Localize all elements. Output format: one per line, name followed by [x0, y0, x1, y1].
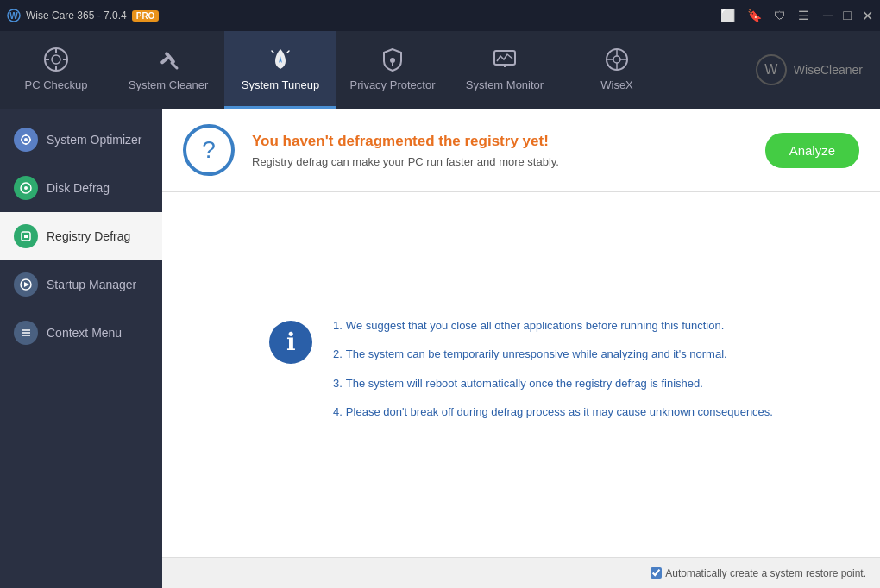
disk-defrag-icon [14, 176, 38, 200]
svg-rect-30 [24, 235, 28, 238]
registry-defrag-icon [14, 224, 38, 248]
pro-badge: PRO [132, 10, 160, 22]
tab-pc-checkup-label: PC Checkup [25, 78, 88, 91]
startup-svg [19, 278, 33, 291]
footer: Automatically create a system restore po… [162, 557, 880, 588]
wisecleaner-circle-icon: W [756, 54, 787, 85]
sidebar-item-disk-defrag[interactable]: Disk Defrag [0, 164, 162, 212]
info-bar: ? You haven't defragmented the registry … [162, 109, 880, 192]
monitor-icon[interactable]: ⬜ [720, 9, 735, 22]
sidebar: System Optimizer Disk Defrag Registry De… [0, 109, 162, 588]
svg-point-10 [390, 58, 395, 63]
tab-privacy-protector[interactable]: Privacy Protector [336, 31, 449, 109]
titlebar-controls: ⬜ 🔖 🛡 ☰ ─ □ ✕ [720, 8, 873, 24]
app-logo: W [7, 9, 21, 22]
sidebar-item-system-optimizer-label: System Optimizer [47, 133, 141, 147]
system-monitor-icon [491, 46, 519, 73]
tip-1: 1.We suggest that you close all other ap… [333, 317, 773, 335]
context-svg [19, 326, 33, 340]
privacy-protector-icon [379, 46, 406, 73]
optimizer-svg [19, 133, 33, 147]
info-title: You haven't defragmented the registry ye… [252, 133, 748, 150]
sidebar-item-registry-defrag[interactable]: Registry Defrag [0, 212, 162, 260]
tab-system-cleaner[interactable]: System Cleaner [112, 31, 224, 109]
info-big-icon: ℹ [269, 321, 312, 364]
main-layout: System Optimizer Disk Defrag Registry De… [0, 109, 880, 588]
restore-point-label: Automatically create a system restore po… [665, 567, 866, 579]
tab-wisex[interactable]: WiseX [561, 31, 673, 109]
svg-point-3 [52, 55, 60, 64]
svg-point-22 [24, 138, 28, 141]
titlebar: W Wise Care 365 - 7.0.4 PRO ⬜ 🔖 🛡 ☰ ─ □ … [0, 0, 880, 31]
svg-text:W: W [9, 11, 18, 21]
maximize-button[interactable]: □ [843, 8, 852, 23]
menu-icon[interactable]: ☰ [798, 9, 809, 22]
question-icon: ? [183, 124, 235, 176]
startup-manager-icon [14, 272, 38, 297]
wisecleaner-logo: W WiseCleaner [756, 31, 880, 109]
tips-list: 1.We suggest that you close all other ap… [333, 317, 773, 433]
restore-point-checkbox[interactable] [651, 567, 662, 579]
content-area: ? You haven't defragmented the registry … [162, 109, 880, 588]
tip-2: 2.The system can be temporarily unrespon… [333, 346, 773, 363]
disk-svg [19, 181, 33, 195]
svg-marker-32 [24, 282, 29, 287]
info-description: Registry defrag can make your PC run fas… [252, 155, 748, 168]
tab-privacy-protector-label: Privacy Protector [350, 78, 436, 91]
system-optimizer-icon [14, 128, 38, 152]
analyze-button[interactable]: Analyze [765, 133, 859, 168]
sidebar-item-context-menu[interactable]: Context Menu [0, 309, 162, 357]
system-tuneup-icon [267, 46, 294, 73]
nav-tabs: PC Checkup System Cleaner System Tuneup … [0, 31, 880, 109]
content-body: ℹ 1.We suggest that you close all other … [162, 192, 880, 557]
restore-point-checkbox-wrap[interactable]: Automatically create a system restore po… [651, 567, 866, 579]
svg-point-28 [24, 186, 28, 190]
pc-checkup-icon [42, 46, 70, 73]
tab-system-cleaner-label: System Cleaner [129, 78, 208, 91]
svg-point-16 [613, 56, 620, 63]
system-cleaner-icon [154, 46, 182, 73]
close-button[interactable]: ✕ [862, 8, 873, 24]
tab-system-tuneup[interactable]: System Tuneup [224, 31, 336, 109]
sidebar-item-context-menu-label: Context Menu [47, 326, 122, 340]
wisecleaner-label: WiseCleaner [794, 63, 863, 77]
sidebar-item-system-optimizer[interactable]: System Optimizer [0, 116, 162, 164]
tip-3: 3.The system will reboot automatically o… [333, 375, 773, 392]
tips-container: ℹ 1.We suggest that you close all other … [269, 317, 773, 433]
tab-system-monitor[interactable]: System Monitor [449, 31, 561, 109]
tab-pc-checkup[interactable]: PC Checkup [0, 31, 112, 109]
info-text: You haven't defragmented the registry ye… [252, 133, 748, 168]
tab-wisex-label: WiseX [600, 78, 633, 91]
registry-svg [19, 229, 33, 243]
sidebar-item-registry-defrag-label: Registry Defrag [47, 229, 130, 243]
tab-system-tuneup-label: System Tuneup [242, 78, 319, 91]
shield-icon[interactable]: 🛡 [774, 9, 786, 22]
bookmark-icon[interactable]: 🔖 [747, 9, 762, 22]
minimize-button[interactable]: ─ [823, 8, 833, 23]
context-menu-icon [14, 321, 38, 345]
tab-system-monitor-label: System Monitor [466, 78, 544, 91]
tip-4: 4.Please don't break off during defrag p… [333, 403, 773, 421]
sidebar-item-startup-manager-label: Startup Manager [47, 278, 136, 291]
window-controls: ─ □ ✕ [823, 8, 873, 24]
app-title: Wise Care 365 - 7.0.4 [26, 9, 127, 22]
sidebar-item-startup-manager[interactable]: Startup Manager [0, 260, 162, 309]
wisex-icon [603, 46, 631, 73]
sidebar-item-disk-defrag-label: Disk Defrag [47, 181, 110, 195]
titlebar-left: W Wise Care 365 - 7.0.4 PRO [7, 9, 159, 22]
